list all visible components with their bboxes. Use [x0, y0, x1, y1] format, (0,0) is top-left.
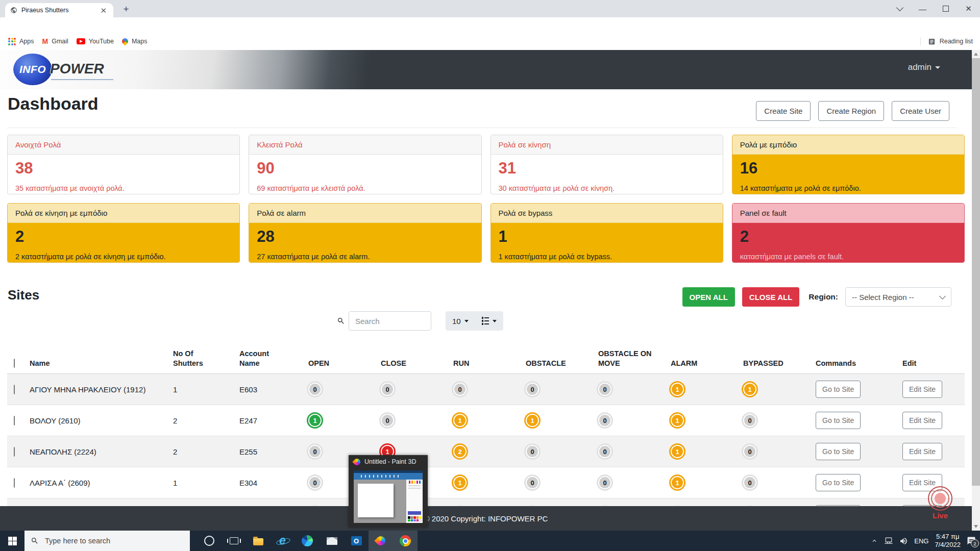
bypassed-badge-cell: 0 [737, 414, 810, 427]
dashboard-card: Ρολά σε alarm 28 27 καταστήματα με ρολά … [249, 203, 481, 263]
bookmarks-bar: Apps M Gmail YouTube Maps Reading list [0, 33, 980, 51]
mail-button[interactable] [320, 531, 344, 551]
tray-chevron-up-icon[interactable] [871, 537, 878, 544]
language-indicator[interactable]: ENG [914, 537, 928, 545]
card-title: Ρολά σε bypass [491, 204, 723, 223]
row-checkbox[interactable] [14, 478, 15, 488]
taskbar-clock[interactable]: 5:47 πμ 7/4/2022 [935, 533, 961, 549]
reading-list-label[interactable]: Reading list [940, 38, 973, 45]
row-checkbox[interactable] [14, 447, 15, 457]
network-icon[interactable] [884, 537, 893, 545]
site-account-name: E247 [235, 416, 302, 425]
card-title: Ανοιχτά Ρολά [8, 135, 239, 155]
taskbar-search-box[interactable] [24, 531, 190, 551]
tab-search-chevron-icon[interactable] [888, 0, 911, 17]
page-title: Dashboard [8, 94, 99, 114]
create-user-button[interactable]: Create User [892, 101, 949, 121]
edit-site-button[interactable]: Edit Site [902, 412, 942, 429]
file-explorer-button[interactable] [246, 531, 271, 551]
site-account-name: E304 [235, 479, 302, 487]
card-value: 28 [257, 228, 473, 246]
outlook-button[interactable] [344, 531, 369, 551]
taskbar-search-input[interactable] [44, 536, 184, 545]
dashboard-card: Κλειστά Ρολά 90 69 καταστήματα με κλειστ… [249, 135, 481, 194]
windows-logo-icon [8, 537, 17, 545]
open-badge-cell: 1 [302, 414, 375, 427]
new-tab-button[interactable]: + [119, 3, 133, 15]
outlook-icon [351, 536, 362, 545]
close-badge-cell: 0 [375, 383, 447, 396]
region-select[interactable]: -- Select Region -- [845, 287, 951, 307]
internet-explorer-button[interactable] [271, 531, 295, 551]
cortana-button[interactable] [197, 531, 222, 551]
go-to-site-button[interactable]: Go to Site [816, 381, 861, 398]
paint3d-taskbar-button[interactable] [369, 531, 393, 551]
search-icon [337, 317, 345, 325]
task-view-button[interactable] [222, 531, 246, 551]
search-input[interactable] [349, 311, 431, 331]
scroll-down-arrow[interactable] [972, 522, 980, 531]
live-button[interactable]: Live [927, 486, 953, 522]
bookmark-youtube[interactable]: YouTube [77, 38, 114, 45]
live-ring-icon [928, 486, 952, 511]
start-button[interactable] [0, 531, 24, 551]
window-minimize-button[interactable]: — [911, 0, 934, 17]
speaker-icon[interactable] [899, 537, 908, 545]
edit-site-button[interactable]: Edit Site [902, 443, 942, 460]
list-view-icon [482, 317, 489, 325]
go-to-site-button[interactable]: Go to Site [816, 474, 861, 491]
paint3d-icon [374, 534, 387, 547]
window-close-button[interactable]: ✕ [957, 0, 980, 17]
status-badge: 1 [526, 414, 539, 427]
go-to-site-button[interactable]: Go to Site [816, 412, 861, 429]
user-menu[interactable]: admin [908, 62, 940, 72]
bookmark-maps[interactable]: Maps [122, 38, 148, 45]
chrome-taskbar-button[interactable] [393, 531, 418, 551]
create-region-button[interactable]: Create Region [818, 101, 884, 121]
action-center-button[interactable]: 2 [967, 536, 976, 545]
go-to-site-button[interactable]: Go to Site [816, 443, 861, 460]
bookmark-label: Apps [19, 38, 34, 45]
col-header-account: Account Name [235, 349, 302, 369]
bookmark-gmail[interactable]: M Gmail [42, 37, 68, 45]
card-subtitle: καταστήματα με panels σε fault. [740, 253, 957, 261]
paint3d-window-thumbnail[interactable] [354, 470, 423, 523]
status-badge: 0 [598, 476, 611, 489]
tab-close-icon[interactable]: ✕ [99, 6, 108, 15]
dashboard-card: Ανοιχτά Ρολά 38 35 καταστήματα με ανοιχτ… [7, 135, 240, 194]
row-checkbox[interactable] [14, 385, 15, 394]
select-all-checkbox[interactable] [14, 359, 15, 368]
site-name: ΝΕΑΠΟΛΗΣ (2224) [27, 447, 168, 456]
folder-icon [253, 538, 263, 545]
open-badge-cell: 0 [302, 383, 375, 396]
col-header-edit: Edit [896, 359, 965, 369]
logo-power-text: POWER [50, 61, 104, 77]
page-scrollbar[interactable] [972, 50, 980, 531]
run-badge-cell: 0 [447, 383, 520, 396]
close-all-button[interactable]: CLOSE ALL [742, 287, 799, 307]
edit-site-button[interactable]: Edit Site [902, 381, 942, 398]
edge-button[interactable] [295, 531, 320, 551]
logo-info-text: INFO [19, 63, 46, 76]
paint3d-preview-popup[interactable]: Untitled - Paint 3D [349, 455, 428, 527]
card-value: 16 [740, 159, 957, 178]
dashboard-card: Ρολά σε κίνηση 31 30 καταστήματα με ρολά… [491, 135, 723, 194]
row-checkbox[interactable] [14, 416, 15, 425]
site-shutters-count: 2 [168, 447, 235, 456]
scrollbar-thumb[interactable] [972, 58, 980, 486]
window-restore-button[interactable] [934, 0, 957, 17]
create-site-button[interactable]: Create Site [756, 101, 811, 121]
column-view-dropdown[interactable] [475, 311, 504, 331]
status-badge: 1 [308, 414, 322, 427]
bookmark-apps[interactable]: Apps [8, 38, 34, 45]
col-header-shutters: No Of Shutters [168, 349, 235, 369]
open-all-button[interactable]: OPEN ALL [682, 287, 735, 307]
maps-pin-icon [120, 37, 129, 46]
page-size-dropdown[interactable]: 10 [446, 311, 475, 331]
site-account-name: E603 [235, 385, 302, 394]
bypassed-badge-cell: 0 [737, 476, 810, 489]
dashboard-card: Ρολά με εμπόδιο 16 14 καταστήματα με ρολ… [732, 135, 965, 194]
scroll-up-arrow[interactable] [972, 50, 980, 58]
infopower-logo[interactable]: INFO POWER [13, 53, 126, 86]
browser-tab[interactable]: Piraeus Shutters ✕ [5, 3, 113, 17]
